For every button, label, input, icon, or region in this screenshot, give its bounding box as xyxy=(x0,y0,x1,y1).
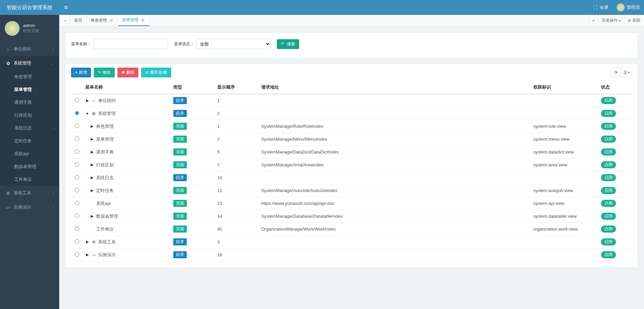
sidebar-subitem-工作单位[interactable]: 工作单位 xyxy=(0,173,59,186)
table-row[interactable]: ▶ 定时任务 页面 12 SystemManage/AutoJob/AutoJo… xyxy=(71,184,632,197)
tab-角色管理[interactable]: 角色管理⊗ xyxy=(87,15,118,26)
tabs-scroll-right[interactable] xyxy=(589,15,598,26)
table-row[interactable]: ▶ 行政区划 页面 7 SystemManage/Area/AreaIndex … xyxy=(71,159,632,171)
caret-down-icon: ▾ xyxy=(619,19,621,22)
row-radio[interactable] xyxy=(75,201,79,205)
delete-label: 删除 xyxy=(126,70,134,75)
row-radio[interactable] xyxy=(75,162,79,167)
row-name: 工作单位 xyxy=(96,226,114,232)
row-perm: system:api:view xyxy=(531,197,598,210)
sidebar-item-系统管理[interactable]: 系统管理 ⌄ xyxy=(0,56,59,70)
row-radio[interactable] xyxy=(75,137,79,141)
table-row[interactable]: ▼ 系统管理 目录 2 启用 xyxy=(71,107,632,120)
sidebar-subitem-角色管理[interactable]: 角色管理 xyxy=(0,70,59,83)
col-type: 类型 xyxy=(171,81,215,94)
delete-button[interactable]: 删除 xyxy=(117,68,138,77)
add-button[interactable]: 新增 xyxy=(71,68,91,77)
row-name: 行政区划 xyxy=(96,162,114,168)
sidebar-subitem-菜单管理[interactable]: 菜单管理 xyxy=(0,83,59,96)
table-row[interactable]: ▶ 通用字典 页面 5 SystemManage/DataDict/DataDi… xyxy=(71,146,632,159)
tree-caret-icon[interactable]: ▶ xyxy=(90,188,94,193)
tree-caret-icon[interactable]: ▶ xyxy=(90,150,94,154)
tab-首页[interactable]: 首页 xyxy=(70,15,87,26)
sidebar-item-label: 系统工具 xyxy=(14,190,53,196)
tree-caret-icon[interactable]: ▶ xyxy=(85,240,89,244)
row-order: 7 xyxy=(215,159,259,171)
tree-caret-icon[interactable]: ▶ xyxy=(90,137,94,141)
row-order: 10 xyxy=(215,171,259,184)
plus-icon xyxy=(75,70,77,75)
tree-caret-icon[interactable]: ▼ xyxy=(85,112,89,116)
table-row[interactable]: ▶ 角色管理 页面 1 SystemManage/Role/RoleIndex … xyxy=(71,120,632,133)
table-row[interactable]: ▶ 系统工具 目录 3 启用 xyxy=(71,236,632,248)
tab-label: 菜单管理 xyxy=(122,17,138,23)
tab-close-icon[interactable]: ⊗ xyxy=(140,18,145,23)
row-radio[interactable] xyxy=(75,214,79,218)
tabs-scroll-left[interactable] xyxy=(61,15,70,26)
table-row[interactable]: 工作单位 页面 45 OrganizationManage/Work/WorkI… xyxy=(71,223,632,236)
menu-name-input[interactable] xyxy=(93,39,168,49)
tab-菜单管理[interactable]: 菜单管理⊗ xyxy=(118,15,150,26)
row-name: 菜单管理 xyxy=(96,136,114,142)
tree-caret-icon[interactable]: ▶ xyxy=(85,253,89,257)
sidebar-item-label: 实例演示 xyxy=(14,204,53,210)
gear-icon xyxy=(91,111,96,116)
row-radio[interactable] xyxy=(75,252,79,257)
table-refresh-button[interactable] xyxy=(610,67,621,77)
toggle-expand-button[interactable]: 展开/折叠 xyxy=(141,68,171,77)
refresh-icon xyxy=(614,70,618,75)
search-panel: 菜单名称： 菜单状态： 全部 搜索 xyxy=(65,32,638,58)
sidebar-item-实例演示[interactable]: 实例演示 ‹ xyxy=(0,200,59,214)
sidebar-subitem-系统日志[interactable]: 系统日志 ‹ xyxy=(0,122,59,135)
status-badge: 启用 xyxy=(601,174,616,181)
table-row[interactable]: ▶ 单位组织 目录 1 启用 xyxy=(71,94,632,107)
home-icon xyxy=(91,98,96,103)
table-row[interactable]: ▶ 菜单管理 页面 2 SystemManage/Menu/MenuIndex … xyxy=(71,133,632,146)
row-url: https://www.yishasoft.com/api/api-doc xyxy=(259,197,531,210)
row-perm: system:datatable:view xyxy=(531,210,598,223)
menu-status-select[interactable]: 全部 xyxy=(196,39,271,49)
row-radio[interactable] xyxy=(75,124,79,128)
edit-button[interactable]: 修改 xyxy=(94,68,115,77)
row-name: 单位组织 xyxy=(98,98,116,104)
cogs-icon xyxy=(5,191,11,196)
tree-caret-icon[interactable]: ▶ xyxy=(85,98,89,103)
row-radio[interactable] xyxy=(75,98,79,102)
row-radio[interactable] xyxy=(75,111,79,115)
col-perm: 权限标识 xyxy=(531,81,598,94)
sidebar-subitem-行政区划[interactable]: 行政区划 xyxy=(0,109,59,122)
sidebar-subitem-系统api[interactable]: 系统api xyxy=(0,147,59,160)
tree-caret-icon[interactable]: ▶ xyxy=(90,214,94,218)
sidebar-item-单位组织[interactable]: 单位组织 ‹ xyxy=(0,42,59,56)
row-radio[interactable] xyxy=(75,188,79,192)
row-radio[interactable] xyxy=(75,149,79,154)
tree-caret-icon[interactable]: ▶ xyxy=(90,163,94,167)
admin-menu[interactable]: 管理员 xyxy=(613,0,644,15)
table-row[interactable]: ▶ 实例演示 目录 16 启用 xyxy=(71,248,632,261)
row-radio[interactable] xyxy=(75,175,79,180)
system-title: 智能云后台管理系统 xyxy=(0,0,59,15)
row-radio[interactable] xyxy=(75,239,79,244)
fullscreen-button[interactable]: 全屏 xyxy=(589,0,613,15)
tab-ops-dropdown[interactable]: 页签操作▾ xyxy=(598,15,624,26)
sidebar-item-系统工具[interactable]: 系统工具 ‹ xyxy=(0,186,59,200)
sidebar-subitem-通用字典[interactable]: 通用字典 xyxy=(0,96,59,109)
refresh-button[interactable]: 刷新 xyxy=(624,15,644,26)
row-radio[interactable] xyxy=(75,227,79,231)
sidebar-subitem-定时任务[interactable]: 定时任务 xyxy=(0,135,59,147)
table-row[interactable]: ▶ 数据表管理 页面 14 SystemManage/Database/Data… xyxy=(71,210,632,223)
row-name: 系统日志 xyxy=(96,175,114,181)
sidebar-toggle[interactable]: ≡ xyxy=(59,4,73,11)
tree-caret-icon[interactable]: ▶ xyxy=(90,175,94,180)
table-columns-button[interactable]: ▾ xyxy=(621,67,632,77)
tab-close-icon[interactable]: ⊗ xyxy=(109,18,114,23)
cogs-icon xyxy=(91,240,96,244)
search-button[interactable]: 搜索 xyxy=(277,39,299,49)
sidebar-item-label: 角色管理 xyxy=(14,74,54,80)
type-badge: 目录 xyxy=(173,238,187,245)
table-row[interactable]: 系统api 页面 13 https://www.yishasoft.com/ap… xyxy=(71,197,632,210)
row-order: 3 xyxy=(215,236,259,248)
tree-caret-icon[interactable]: ▶ xyxy=(90,124,94,128)
sidebar-subitem-数据表管理[interactable]: 数据表管理 xyxy=(0,160,59,173)
table-row[interactable]: ▶ 系统日志 目录 10 启用 xyxy=(71,171,632,184)
